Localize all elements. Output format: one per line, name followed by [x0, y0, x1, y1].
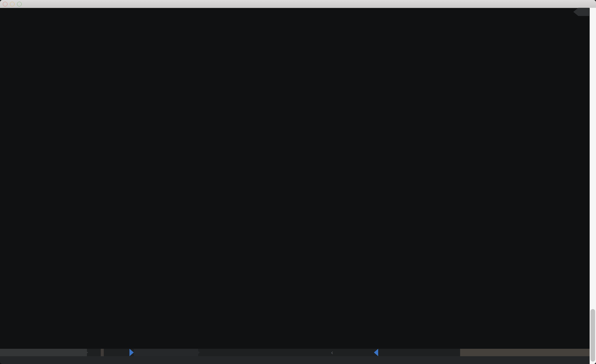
- statusline-tagbar-name: [460, 349, 593, 356]
- tab-active[interactable]: [2, 8, 10, 16]
- window-title: [0, 0, 596, 8]
- separator-arrow-icon: [196, 349, 200, 356]
- statusline-nerdtree-path: [0, 349, 87, 356]
- separator-arrow-icon: [129, 349, 134, 356]
- statusline-position: ≡ LN :: [378, 349, 460, 356]
- separator-thin-icon: ‹: [330, 349, 334, 356]
- color-column: [374, 16, 377, 349]
- statusline-git: [134, 349, 198, 356]
- separator-arrow-icon: [82, 349, 88, 356]
- buffers-toggle[interactable]: [573, 8, 589, 16]
- scrollbar-track[interactable]: [590, 8, 596, 364]
- command-line-area: [0, 356, 590, 364]
- separator-arrow-icon: [374, 349, 378, 356]
- scrollbar-thumb[interactable]: [590, 309, 595, 362]
- window-titlebar: [0, 0, 596, 8]
- macvim-window: ‹ ≡ LN :: [0, 0, 596, 364]
- statusline-mode: [104, 349, 129, 356]
- statusline: ‹ ≡ LN :: [0, 349, 596, 356]
- tabline: [0, 8, 596, 16]
- statusline-separator-cell: [101, 349, 104, 356]
